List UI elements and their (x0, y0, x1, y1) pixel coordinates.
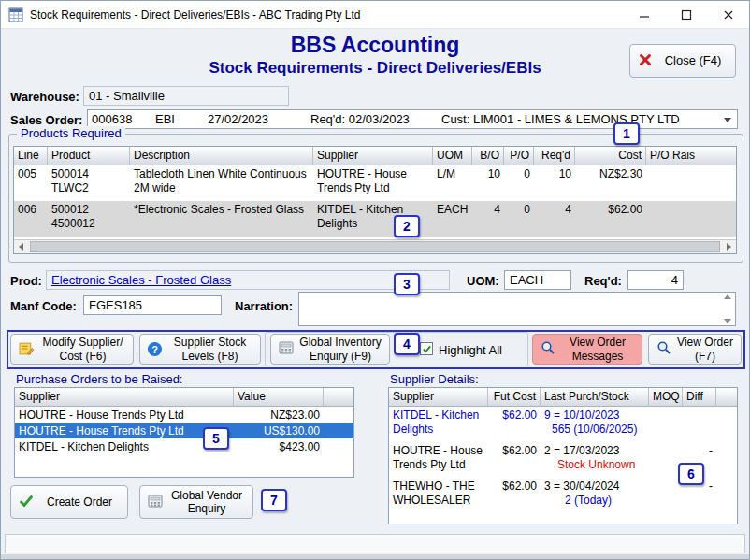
col-supplier[interactable]: Supplier (389, 388, 488, 407)
cell-cost: $62.00 (575, 201, 646, 237)
narration-field[interactable] (298, 292, 736, 326)
col-supplier[interactable]: Supplier (313, 147, 433, 165)
col-product[interactable]: Product (48, 147, 130, 165)
scroll-up-icon[interactable] (724, 294, 731, 299)
cell-supplier: HOUTRE - House Trends Pty Ltd (313, 165, 433, 201)
sd-spacer (716, 442, 737, 478)
view-order-messages-button[interactable]: View Order Messages (532, 334, 642, 365)
supplier-details-table: Supplier Fut Cost Last Purch/Stock MOQ D… (388, 387, 738, 524)
col-spacer (716, 388, 737, 407)
supplier-stock-levels-button[interactable]: ? Supplier Stock Levels (F8) (139, 334, 261, 365)
sd-stock: Stock Unknown (544, 458, 635, 471)
sales-order-combobox[interactable]: 000638 EBI 27/02/2023 Req'd: 02/03/2023 … (87, 109, 738, 129)
cell-po: 0 (504, 165, 534, 201)
col-description[interactable]: Description (130, 147, 313, 165)
manf-code-label: Manf Code: (10, 299, 77, 313)
reqd-label: Req'd: (584, 274, 622, 288)
col-last-purch-stock[interactable]: Last Purch/Stock (541, 388, 649, 407)
manf-code-field[interactable]: FGES185 (83, 295, 222, 315)
po-row-selected[interactable]: HOUTRE - House Trends Pty Ltd US$130.00 (15, 423, 353, 438)
table-row[interactable]: 005 500014 TLWC2 Tablecloth Linen White … (14, 165, 736, 201)
cell-po-raised (646, 201, 736, 237)
purchase-orders-table: Supplier Value HOUTRE - House Trends Pty… (14, 387, 354, 478)
cell-reqd: 4 (534, 201, 575, 237)
chevron-down-icon[interactable] (724, 118, 731, 122)
uom-field[interactable]: EACH (504, 270, 571, 290)
table-row-selected[interactable]: 006 500012 4500012 *Electronic Scales - … (14, 201, 736, 237)
col-moq[interactable]: MOQ (649, 388, 683, 407)
sd-supplier: HOUTRE - House Trends Pty Ltd (389, 442, 488, 478)
global-vendor-enquiry-button[interactable]: Global Vendor Enquiry (139, 485, 253, 519)
green-check-icon (19, 494, 34, 511)
sd-supplier: KITDEL - Kitchen Delights (389, 407, 488, 442)
scroll-right-icon[interactable] (722, 240, 736, 253)
sd-last-purch-stock: 9 = 10/10/2023565 (10/06/2025) (541, 407, 649, 442)
sd-spacer (716, 407, 737, 442)
sd-fut-cost: $62.00 (488, 442, 541, 478)
minimize-button[interactable] (623, 1, 665, 29)
po-supplier: KITDEL - Kitchen Delights (15, 438, 234, 454)
supplier-row[interactable]: KITDEL - Kitchen Delights $62.00 9 = 10/… (389, 407, 737, 442)
bottom-strip (1, 554, 749, 559)
magnifier-icon (541, 340, 555, 358)
sd-last-purch-stock: 3 = 30/04/20242 (Today) (541, 478, 649, 513)
sd-fut-cost: $62.00 (488, 407, 541, 442)
view-order-button[interactable]: View Order (F7) (648, 334, 742, 365)
col-fut-cost[interactable]: Fut Cost (488, 388, 541, 407)
reqd-value: 4 (671, 273, 678, 287)
callout-4: 4 (394, 333, 420, 355)
po-value: US$130.00 (234, 423, 324, 438)
close-f4-button[interactable]: Close (F4) (629, 44, 736, 78)
po-row[interactable]: KITDEL - Kitchen Delights $423.00 (15, 438, 353, 454)
sd-stock: 2 (Today) (544, 494, 612, 507)
col-po-raised[interactable]: P/O Rais (646, 147, 736, 165)
window-title: Stock Requirements - Direct Deliveries/E… (30, 8, 360, 22)
create-order-button[interactable]: Create Order (10, 485, 128, 519)
reqd-field[interactable]: 4 (627, 270, 684, 290)
supplier-details-header: Supplier Fut Cost Last Purch/Stock MOQ D… (389, 388, 737, 407)
col-supplier[interactable]: Supplier (15, 388, 234, 407)
uom-label: UOM: (467, 274, 499, 288)
order-date: 27/02/2023 (208, 112, 310, 126)
warehouse-field[interactable]: 01 - Smallville (83, 86, 289, 106)
col-spacer (324, 388, 353, 407)
col-uom[interactable]: UOM (433, 147, 472, 165)
window-controls (623, 1, 749, 29)
maximize-button[interactable] (665, 1, 707, 29)
global-inventory-enquiry-button[interactable]: Global Inventory Enquiry (F9) (270, 334, 390, 365)
callout-3: 3 (394, 273, 420, 295)
highlight-all-checkbox[interactable] (420, 342, 433, 355)
sales-order-label: Sales Order: (10, 113, 82, 127)
prod-link[interactable]: Electronic Scales - Frosted Glass (51, 273, 231, 287)
col-diff[interactable]: Diff (683, 388, 716, 407)
col-value[interactable]: Value (234, 388, 324, 407)
sd-spacer (716, 478, 737, 513)
close-window-button[interactable] (707, 1, 749, 29)
highlight-all-label[interactable]: Highlight All (439, 343, 502, 357)
scrollbar-thumb[interactable] (30, 241, 720, 252)
col-reqd[interactable]: Req'd (534, 147, 575, 165)
supplier-stock-levels-label: Supplier Stock Levels (F8) (167, 336, 252, 363)
purchase-orders-header: Supplier Value (15, 388, 353, 407)
col-bo[interactable]: B/O (472, 147, 504, 165)
col-cost[interactable]: Cost (575, 147, 646, 165)
scroll-left-icon[interactable] (14, 240, 28, 253)
warehouse-label: Warehouse: (10, 90, 79, 104)
narration-scroll[interactable] (722, 294, 733, 323)
sd-moq (649, 407, 683, 442)
po-row[interactable]: HOUTRE - House Trends Pty Ltd NZ$23.00 (15, 407, 353, 423)
cell-uom: EACH (433, 201, 472, 237)
cell-product: 500014 TLWC2 (48, 165, 130, 201)
modify-supplier-cost-button[interactable]: Modify Supplier/ Cost (F6) (10, 334, 134, 365)
scroll-down-icon[interactable] (724, 319, 731, 323)
app-window: Stock Requirements - Direct Deliveries/E… (0, 0, 750, 560)
po-value: $423.00 (234, 438, 324, 454)
cell-product: 500012 4500012 (48, 201, 130, 237)
col-po[interactable]: P/O (504, 147, 534, 165)
view-order-messages-label: View Order Messages (561, 336, 634, 363)
products-required-title: Products Required (17, 126, 125, 140)
horizontal-scrollbar[interactable] (14, 239, 736, 253)
col-line[interactable]: Line (14, 147, 48, 165)
prod-field: Electronic Scales - Frosted Glass (46, 270, 450, 290)
global-inventory-enquiry-label: Global Inventory Enquiry (F9) (299, 336, 382, 363)
